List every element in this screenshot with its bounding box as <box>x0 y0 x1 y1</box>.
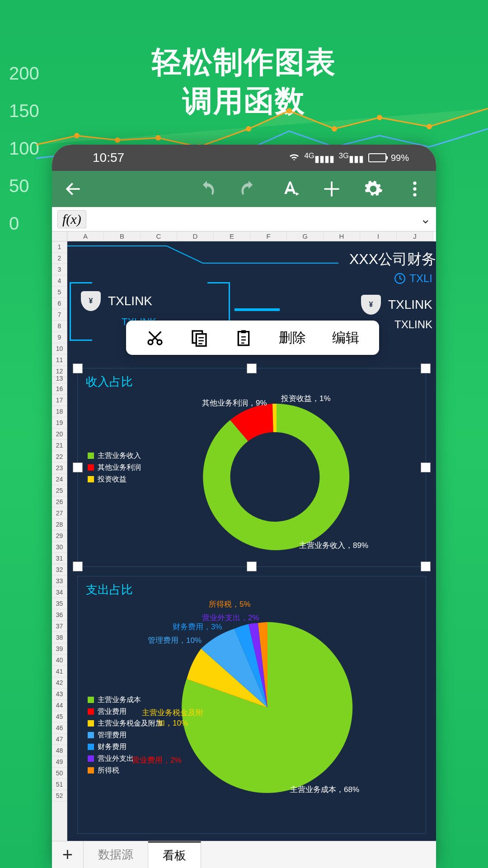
svg-point-2 <box>155 135 161 141</box>
resize-handle[interactable] <box>73 363 83 373</box>
undo-icon[interactable] <box>197 179 217 199</box>
status-time: 10:57 <box>93 151 124 165</box>
resize-handle[interactable] <box>421 363 431 373</box>
add-icon[interactable] <box>322 179 342 199</box>
row-gutter[interactable]: 1 2 3 4 5 6 7 8 9 10 11 12 13 16171819 2… <box>52 231 67 842</box>
back-icon[interactable] <box>63 179 83 199</box>
add-sheet-button[interactable]: + <box>52 841 84 868</box>
expense-pie-panel[interactable]: 支出占比 主营业务成本 营业费用 主营业务税金及附加 管理费用 财务费用 <box>77 576 426 834</box>
dashboard-title: XXX公司财务 <box>349 250 436 269</box>
paste-icon[interactable] <box>235 329 253 347</box>
column-headers[interactable]: A B C D E F G H I J <box>67 231 433 241</box>
sheet-tabs: + 数据源 看板 <box>52 841 436 868</box>
phone-mockup: 10:57 4G▮▮▮▮ 3G▮▮▮ 99% <box>52 145 436 868</box>
svg-point-8 <box>427 124 432 129</box>
signal-3g: 3G▮▮▮ <box>339 151 364 164</box>
resize-handle[interactable] <box>421 561 431 571</box>
fx-label[interactable]: f(x) <box>57 210 86 228</box>
tab-dashboard[interactable]: 看板 <box>148 841 201 868</box>
status-bar: 10:57 4G▮▮▮▮ 3G▮▮▮ 99% <box>52 145 436 171</box>
donut-chart <box>195 396 358 558</box>
gear-icon[interactable] <box>363 179 383 199</box>
money-bag-icon: ¥ <box>361 295 381 315</box>
app-toolbar <box>52 171 436 207</box>
resize-handle[interactable] <box>73 462 83 472</box>
copy-icon[interactable] <box>190 329 208 347</box>
svg-point-0 <box>74 133 80 138</box>
svg-point-7 <box>377 115 382 120</box>
svg-point-11 <box>413 193 416 196</box>
context-menu: 删除 编辑 <box>126 321 379 355</box>
resize-handle[interactable] <box>247 363 257 373</box>
battery-icon <box>368 153 386 162</box>
resize-handle[interactable] <box>247 561 257 571</box>
clock-icon-label: TXLI <box>394 272 432 285</box>
more-icon[interactable] <box>405 179 425 199</box>
chevron-down-icon[interactable]: ⌄ <box>420 212 431 226</box>
svg-point-1 <box>115 137 120 143</box>
panel-title: 支出占比 <box>78 576 426 603</box>
redo-icon[interactable] <box>239 179 258 199</box>
text-style-icon[interactable] <box>280 179 300 199</box>
svg-point-6 <box>332 126 337 132</box>
legend: 主营业务收入 其他业务利润 投资收益 <box>88 450 141 485</box>
svg-point-4 <box>246 126 251 132</box>
resize-handle[interactable] <box>421 462 431 472</box>
battery-percent: 99% <box>391 153 409 163</box>
dashboard-canvas: XXX公司财务 TXLI ¥ TXLINK TXLINK ¥ TXLINK TX… <box>67 241 436 842</box>
income-donut-panel[interactable]: 收入占比 主营业务收入 其 <box>77 368 426 567</box>
svg-rect-18 <box>241 330 246 333</box>
svg-point-10 <box>413 187 416 190</box>
edit-button[interactable]: 编辑 <box>332 329 359 347</box>
tab-datasource[interactable]: 数据源 <box>84 841 148 868</box>
formula-bar[interactable]: f(x) ⌄ <box>52 207 436 231</box>
delete-button[interactable]: 删除 <box>279 329 306 347</box>
svg-point-5 <box>286 108 292 113</box>
cut-icon[interactable] <box>146 329 164 347</box>
money-bag-icon: ¥ <box>81 291 101 311</box>
signal-4g: 4G▮▮▮▮ <box>305 151 334 164</box>
svg-point-9 <box>413 182 416 185</box>
bg-axis-labels: 200 150 100 50 0 <box>9 63 39 251</box>
spreadsheet-canvas[interactable]: 1 2 3 4 5 6 7 8 9 10 11 12 13 16171819 2… <box>52 231 436 842</box>
resize-handle[interactable] <box>73 561 83 571</box>
wifi-icon <box>288 152 300 164</box>
